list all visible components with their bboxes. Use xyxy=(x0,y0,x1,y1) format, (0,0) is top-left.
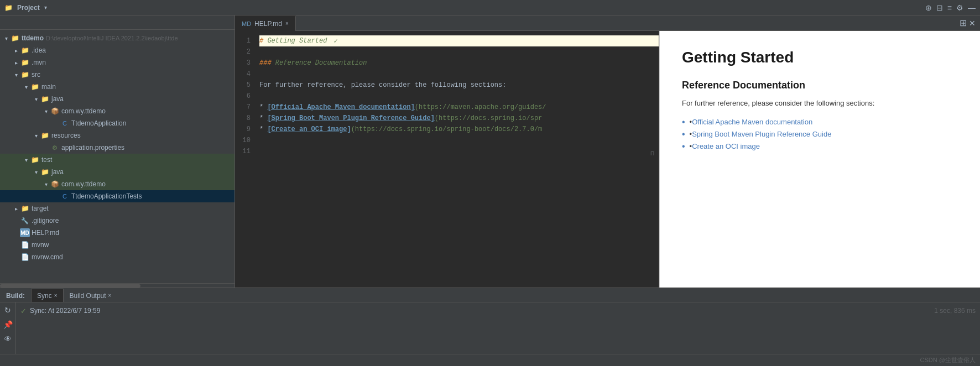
folder-icon-idea: 📁 xyxy=(20,46,30,55)
bottom-content[interactable]: ✓ Sync: At 2022/6/7 19:59 1 sec, 836 ms xyxy=(16,302,980,354)
code-line-5: For further reference, please consider t… xyxy=(259,80,659,91)
folder-icon-java: 📁 xyxy=(40,95,50,103)
bottom-tab-sync-label: Sync xyxy=(37,292,52,300)
tree-arrow-target: ▸ xyxy=(12,206,20,212)
plain-text-5: For further reference, please consider t… xyxy=(259,81,506,89)
tree-item-mvnwcmd[interactable]: 📄 mvnw.cmd xyxy=(0,251,234,263)
tree-arrow-package-test: ▾ xyxy=(42,181,50,187)
folder-icon-test: 📁 xyxy=(30,155,40,164)
link-url-7: (https://maven.apache.org/guides/ xyxy=(415,103,546,111)
folder-icon-resources: 📁 xyxy=(40,131,50,140)
code-line-4 xyxy=(259,69,659,80)
preview-h2: Reference Documentation xyxy=(682,80,958,91)
tab-close-button[interactable]: × xyxy=(285,20,289,27)
tree-arrow-idea: ▸ xyxy=(12,48,20,54)
dropdown-icon[interactable]: ▾ xyxy=(44,4,47,11)
toolbar-align-icon[interactable]: ≡ xyxy=(947,3,952,12)
bottom-tab-sync[interactable]: Sync × xyxy=(31,289,64,302)
preview-list-item-1: • Official Apache Maven documentation xyxy=(682,118,958,127)
line-num-6: 6 xyxy=(235,91,255,102)
sync-text: Sync: At 2022/6/7 19:59 xyxy=(30,307,100,315)
tree-item-ttdemo[interactable]: ▾ 📁 ttdemo D:\developtool\IntelliJ IDEA … xyxy=(0,32,234,44)
tree-label-idea: .idea xyxy=(32,46,46,54)
tree-item-class[interactable]: C TtdemoApplication xyxy=(0,117,234,129)
tree-item-gitignore[interactable]: 🔧 .gitignore xyxy=(0,215,234,227)
code-editor[interactable]: 1 2 3 4 5 6 7 8 9 10 11 # Getting Starte… xyxy=(235,31,659,287)
tree-item-target[interactable]: ▸ 📁 target xyxy=(0,202,234,215)
preview-list: • Official Apache Maven documentation • … xyxy=(682,118,958,151)
line-num-2: 2 xyxy=(235,46,255,57)
tree-label-ttdemo: ttdemo xyxy=(22,34,44,42)
file-icon-gitignore: 🔧 xyxy=(20,216,30,225)
tree-arrow-java: ▾ xyxy=(32,96,40,102)
bullet-8: * xyxy=(259,114,267,122)
tree-label-properties: application.properties xyxy=(61,144,124,151)
bullet-7: * xyxy=(259,103,267,111)
tree-item-properties[interactable]: ⚙ application.properties xyxy=(0,142,234,154)
editor-layout-icon[interactable]: ⊞ xyxy=(960,18,967,28)
top-bar: 📁 Project ▾ ⊕ ⊟ ≡ ⚙ — xyxy=(0,0,980,15)
folder-icon-target: 📁 xyxy=(20,204,30,213)
line-num-5: 5 xyxy=(235,80,255,91)
tree-item-java-test[interactable]: ▾ 📁 java xyxy=(0,166,234,178)
sidebar-scrollbar[interactable] xyxy=(0,283,234,287)
tree-path: D:\developtool\IntelliJ IDEA 2021.2.2\ie… xyxy=(46,35,178,41)
bottom-eye-icon[interactable]: 👁 xyxy=(2,333,13,344)
link-text-7: [Official Apache Maven documentation] xyxy=(267,103,414,111)
tree-item-mvnw[interactable]: 📄 mvnw xyxy=(0,239,234,251)
bullet-9: * xyxy=(259,126,267,133)
toolbar-add-icon[interactable]: ⊕ xyxy=(925,3,932,12)
tree-item-helpmd[interactable]: MD HELP.md xyxy=(0,227,234,239)
sidebar-header xyxy=(0,15,234,30)
tree-item-resources[interactable]: ▾ 📁 resources xyxy=(0,129,234,142)
bottom-tab-buildoutput[interactable]: Build Output × xyxy=(64,289,118,302)
editor-content: 1 2 3 4 5 6 7 8 9 10 11 # Getting Starte… xyxy=(235,31,980,287)
tree-label-resources: resources xyxy=(51,132,81,139)
sidebar-tree[interactable]: ▾ 📁 ttdemo D:\developtool\IntelliJ IDEA … xyxy=(0,30,234,283)
tree-item-java[interactable]: ▾ 📁 java xyxy=(0,93,234,105)
bottom-pin-icon[interactable]: 📌 xyxy=(2,319,13,330)
tree-label-java: java xyxy=(51,95,64,103)
toolbar-minimize-icon[interactable]: — xyxy=(968,3,976,12)
tab-helpmd[interactable]: MD HELP.md × xyxy=(235,15,296,31)
editor-tab-bar: MD HELP.md × ⊞ ✕ xyxy=(235,15,980,31)
heading-marker: # xyxy=(259,37,267,45)
bottom-tab-sync-close[interactable]: × xyxy=(54,292,58,299)
class-icon: C xyxy=(60,119,70,128)
preview-link-1[interactable]: Official Apache Maven documentation xyxy=(692,118,812,126)
tree-item-test[interactable]: ▾ 📁 test xyxy=(0,154,234,166)
tree-item-mvn[interactable]: ▸ 📁 .mvn xyxy=(0,56,234,69)
code-line-9: * [Create an OCI image](https://docs.spr… xyxy=(259,124,659,135)
editor-close-icon[interactable]: ✕ xyxy=(969,19,976,28)
bottom-tab-buildoutput-close[interactable]: × xyxy=(108,292,112,299)
tree-item-test-class[interactable]: C TtdemoApplicationTests xyxy=(0,190,234,202)
tree-label-java-test: java xyxy=(51,168,64,176)
file-icon-mvnwcmd: 📄 xyxy=(20,253,30,262)
bottom-refresh-icon[interactable]: ↻ xyxy=(2,305,13,316)
file-icon-mvnw: 📄 xyxy=(20,240,30,249)
sync-check-icon: ✓ xyxy=(20,307,27,315)
toolbar-minus-icon[interactable]: ⊟ xyxy=(936,3,943,12)
tree-item-src[interactable]: ▾ 📁 src xyxy=(0,69,234,81)
toolbar-settings-icon[interactable]: ⚙ xyxy=(956,3,963,12)
line-num-10: 10 xyxy=(235,135,255,146)
tree-item-main[interactable]: ▾ 📁 main xyxy=(0,81,234,93)
tree-item-package[interactable]: ▾ 📦 com.wy.ttdemo xyxy=(0,105,234,117)
tree-label-package-test: com.wy.ttdemo xyxy=(61,180,106,188)
tree-arrow-src: ▾ xyxy=(12,72,20,78)
preview-intro: For further reference, please consider t… xyxy=(682,98,958,109)
preview-link-3[interactable]: Create an OCI image xyxy=(692,142,760,150)
folder-icon-mvn: 📁 xyxy=(20,58,30,67)
line-num-11: 11 xyxy=(235,146,255,157)
code-lines[interactable]: # Getting Started ✓ ### Reference Docume… xyxy=(255,31,659,287)
tree-label-mvnwcmd: mvnw.cmd xyxy=(32,253,63,261)
h3-text: Reference Documentation xyxy=(275,59,367,67)
tree-item-idea[interactable]: ▸ 📁 .idea xyxy=(0,44,234,56)
properties-icon: ⚙ xyxy=(50,143,60,152)
link-text-9: [Create an OCI image] xyxy=(267,126,351,133)
preview-panel[interactable]: Getting Started Reference Documentation … xyxy=(659,31,980,287)
md-icon-helpmd: MD xyxy=(20,228,30,237)
tree-item-package-test[interactable]: ▾ 📦 com.wy.ttdemo xyxy=(0,178,234,190)
link-url-8: (https://docs.spring.io/spr xyxy=(435,114,542,122)
preview-link-2[interactable]: Spring Boot Maven Plugin Reference Guide xyxy=(692,130,831,138)
